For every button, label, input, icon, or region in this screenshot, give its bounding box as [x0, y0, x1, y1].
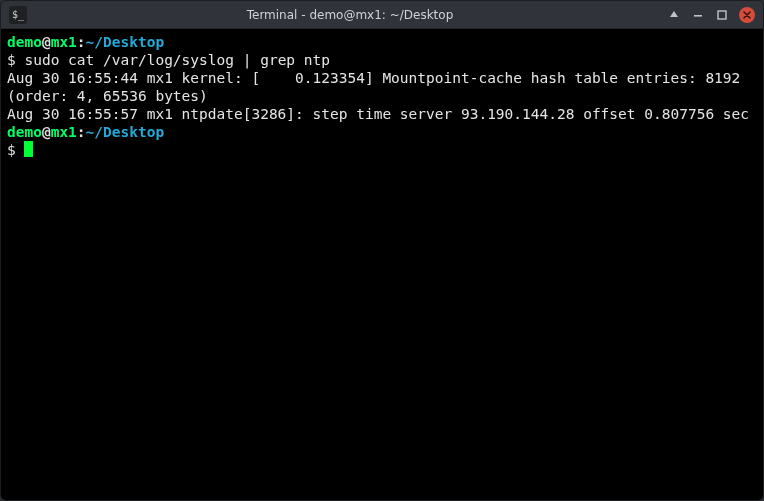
- close-icon[interactable]: [739, 7, 755, 23]
- output-line-2: Aug 30 16:55:57 mx1 ntpdate[3286]: step …: [7, 105, 757, 123]
- output-line-1: Aug 30 16:55:44 mx1 kernel: [ 0.123354] …: [7, 69, 757, 105]
- svg-rect-0: [694, 15, 702, 17]
- command-text: sudo cat /var/log/syslog | grep ntp: [24, 52, 330, 68]
- prompt-path: ~/Desktop: [86, 34, 165, 50]
- terminal-window: $_ Terminal - demo@mx1: ~/Desktop demo@m…: [0, 0, 764, 501]
- prompt-colon: :: [77, 124, 86, 140]
- prompt-line-2: demo@mx1:~/Desktop: [7, 123, 757, 141]
- prompt-host: mx1: [51, 34, 77, 50]
- terminal-icon-glyph: $_: [12, 9, 24, 20]
- titlebar[interactable]: $_ Terminal - demo@mx1: ~/Desktop: [1, 1, 763, 29]
- keep-above-icon[interactable]: [667, 8, 681, 22]
- prompt-at: @: [42, 34, 51, 50]
- prompt-line-1: demo@mx1:~/Desktop: [7, 33, 757, 51]
- prompt-host: mx1: [51, 124, 77, 140]
- prompt-line-3: $: [7, 141, 757, 159]
- prompt-at: @: [42, 124, 51, 140]
- command-line-1: $ sudo cat /var/log/syslog | grep ntp: [7, 51, 757, 69]
- svg-rect-1: [718, 11, 726, 19]
- window-title: Terminal - demo@mx1: ~/Desktop: [33, 8, 667, 22]
- prompt-user: demo: [7, 124, 42, 140]
- prompt-path: ~/Desktop: [86, 124, 165, 140]
- prompt-symbol: $: [7, 142, 24, 158]
- maximize-icon[interactable]: [715, 8, 729, 22]
- minimize-icon[interactable]: [691, 8, 705, 22]
- prompt-user: demo: [7, 34, 42, 50]
- terminal-icon: $_: [9, 6, 27, 24]
- cursor: [24, 141, 33, 157]
- window-controls: [667, 7, 755, 23]
- terminal-body[interactable]: demo@mx1:~/Desktop$ sudo cat /var/log/sy…: [1, 29, 763, 500]
- prompt-symbol: $: [7, 52, 24, 68]
- prompt-colon: :: [77, 34, 86, 50]
